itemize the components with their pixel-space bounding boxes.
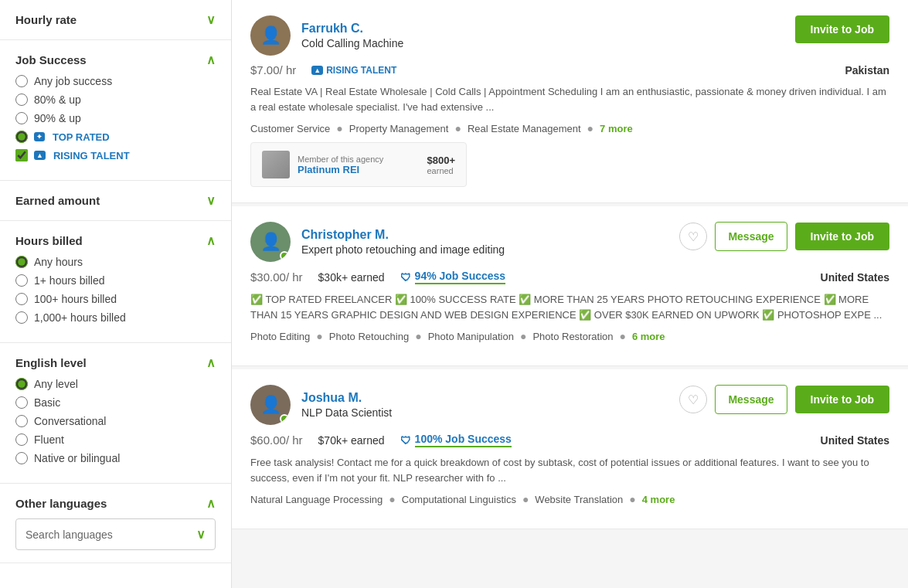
hours-billed-chevron: ∧ <box>206 233 216 248</box>
other-languages-chevron: ∧ <box>206 496 216 511</box>
hours-1000plus[interactable]: 1,000+ hours billed <box>15 311 216 324</box>
skill-tag: Photo Retouching <box>329 331 409 342</box>
english-any[interactable]: Any level <box>15 378 216 390</box>
job-success-joshua: 🛡 100% Job Success <box>400 433 512 447</box>
freelancer-info-farrukh: Farrukh C. Cold Calling Machine <box>301 22 403 49</box>
freelancer-name-joshua[interactable]: Joshua M. <box>301 391 392 405</box>
freelancer-card-christopher: 👤 Christopher M. Expert photo retouching… <box>232 206 908 366</box>
skill-tag: Natural Language Processing <box>250 494 383 505</box>
avatar-christopher: 👤 <box>250 222 291 262</box>
hours-billed-title: Hours billed <box>15 234 83 247</box>
sidebar-section-english-level: English level ∧ Any level Basic Conversa… <box>0 343 231 484</box>
sidebar-section-job-success: Job Success ∧ Any job success 80% & up 9… <box>0 40 231 181</box>
job-success-options: Any job success 80% & up 90% & up ✦ TOP … <box>15 75 216 161</box>
skill-tag: Computational Linguistics <box>402 494 516 505</box>
freelancer-name-christopher[interactable]: Christopher M. <box>301 228 505 242</box>
hours-1plus[interactable]: 1+ hours billed <box>15 274 216 287</box>
job-success-80up[interactable]: 80% & up <box>15 93 216 106</box>
agency-name-farrukh[interactable]: Platinum REI <box>298 164 419 175</box>
hours-billed-header[interactable]: Hours billed ∧ <box>15 233 216 248</box>
job-success-header[interactable]: Job Success ∧ <box>15 53 216 67</box>
freelancer-card-joshua: 👤 Joshua M. NLP Data Scientist ♡ Message… <box>232 369 908 529</box>
heart-button-christopher[interactable]: ♡ <box>679 223 707 250</box>
card-actions-christopher: ♡ Message Invite to Job <box>679 222 889 251</box>
hourly-rate-header[interactable]: Hourly rate ∨ <box>15 12 216 27</box>
english-basic[interactable]: Basic <box>15 396 216 409</box>
earned-amount-header[interactable]: Earned amount ∨ <box>15 193 216 208</box>
invite-button-christopher[interactable]: Invite to Job <box>795 223 889 250</box>
search-languages-box[interactable]: Search languages ∨ <box>15 518 216 550</box>
rising-talent-icon-farrukh: ▲ <box>311 66 323 75</box>
card-header-farrukh: 👤 Farrukh C. Cold Calling Machine Invite… <box>250 15 889 56</box>
earned-joshua: $70k+ earned <box>318 434 385 447</box>
english-fluent[interactable]: Fluent <box>15 433 216 446</box>
other-languages-header[interactable]: Other languages ∧ <box>15 496 216 511</box>
heart-button-joshua[interactable]: ♡ <box>679 386 707 413</box>
job-success-any[interactable]: Any job success <box>15 75 216 87</box>
skill-tag: Photo Editing <box>250 331 310 342</box>
location-joshua: United States <box>821 434 889 447</box>
description-farrukh: Real Estate VA | Real Estate Wholesale |… <box>250 84 889 114</box>
online-indicator-joshua <box>280 414 289 423</box>
description-joshua: Free task analysis! Contact me for a qui… <box>250 455 889 485</box>
shield-icon-christopher: 🛡 <box>400 271 411 284</box>
sidebar-section-hours-billed: Hours billed ∧ Any hours 1+ hours billed… <box>0 221 231 343</box>
avatar-farrukh: 👤 <box>250 15 291 56</box>
hours-100plus[interactable]: 100+ hours billed <box>15 293 216 305</box>
english-level-header[interactable]: English level ∧ <box>15 355 216 370</box>
skills-farrukh: Customer Service ● Property Management ●… <box>250 122 889 134</box>
skills-joshua: Natural Language Processing ● Computatio… <box>250 493 889 505</box>
other-languages-title: Other languages <box>15 497 107 510</box>
freelancer-card-farrukh: 👤 Farrukh C. Cold Calling Machine Invite… <box>232 0 908 203</box>
hours-any[interactable]: Any hours <box>15 256 216 268</box>
hourly-rate-chevron: ∨ <box>206 12 216 27</box>
avatar-joshua: 👤 <box>250 385 291 425</box>
job-success-top-rated[interactable]: ✦ TOP RATED <box>15 131 216 143</box>
card-actions-farrukh: Invite to Job <box>795 15 889 43</box>
rising-talent-sidebar-icon: ▲ <box>34 151 46 160</box>
agency-label-farrukh: Member of this agency <box>298 155 419 164</box>
card-actions-joshua: ♡ Message Invite to Job <box>679 385 889 414</box>
rising-talent-badge-farrukh: ▲ RISING TALENT <box>311 65 396 76</box>
skill-tag: Photo Manipulation <box>428 331 514 342</box>
english-native[interactable]: Native or bilingual <box>15 452 216 464</box>
skill-tag: Property Management <box>349 123 449 134</box>
job-success-rising-talent[interactable]: ▲ RISING TALENT <box>15 149 216 161</box>
agency-info-farrukh: Member of this agency Platinum REI <box>298 155 419 175</box>
message-button-christopher[interactable]: Message <box>715 222 787 251</box>
rate-farrukh: $7.00/ hr <box>250 63 296 76</box>
english-conversational[interactable]: Conversational <box>15 415 216 427</box>
card-header-joshua: 👤 Joshua M. NLP Data Scientist ♡ Message… <box>250 385 889 425</box>
shield-icon-joshua: 🛡 <box>400 434 411 447</box>
job-success-title: Job Success <box>15 53 87 66</box>
card-header-left-farrukh: 👤 Farrukh C. Cold Calling Machine <box>250 15 403 56</box>
search-languages-placeholder: Search languages <box>26 529 113 541</box>
more-skills-joshua[interactable]: 4 more <box>642 494 675 505</box>
hours-billed-options: Any hours 1+ hours billed 100+ hours bil… <box>15 256 216 324</box>
job-success-chevron: ∧ <box>206 53 216 67</box>
location-christopher: United States <box>821 271 889 284</box>
english-level-chevron: ∧ <box>206 355 216 370</box>
freelancer-title-christopher: Expert photo retouching and image editin… <box>301 243 505 256</box>
freelancer-name-farrukh[interactable]: Farrukh C. <box>301 22 403 36</box>
sidebar-section-hourly-rate: Hourly rate ∨ <box>0 0 231 40</box>
main-content: 👤 Farrukh C. Cold Calling Machine Invite… <box>232 0 908 588</box>
english-level-title: English level <box>15 356 87 369</box>
card-meta-christopher: $30.00/ hr $30k+ earned 🛡 94% Job Succes… <box>250 270 889 284</box>
card-meta-farrukh: $7.00/ hr ▲ RISING TALENT Pakistan <box>250 63 889 76</box>
location-farrukh: Pakistan <box>845 64 889 76</box>
invite-button-farrukh[interactable]: Invite to Job <box>795 15 889 43</box>
sidebar: Hourly rate ∨ Job Success ∧ Any job succ… <box>0 0 232 588</box>
skill-tag: Photo Restoration <box>532 331 613 342</box>
more-skills-christopher[interactable]: 6 more <box>632 331 665 342</box>
skill-tag: Website Translation <box>535 494 623 505</box>
invite-button-joshua[interactable]: Invite to Job <box>795 386 889 413</box>
job-success-90up[interactable]: 90% & up <box>15 112 216 124</box>
skill-tag: Real Estate Management <box>468 123 581 134</box>
rate-joshua: $60.00/ hr <box>250 433 303 447</box>
more-skills-farrukh[interactable]: 7 more <box>600 123 633 134</box>
skill-tag: Customer Service <box>250 123 330 134</box>
earned-amount-title: Earned amount <box>15 194 100 207</box>
message-button-joshua[interactable]: Message <box>715 385 787 414</box>
agency-earned-farrukh: $800+ earned <box>427 155 455 175</box>
